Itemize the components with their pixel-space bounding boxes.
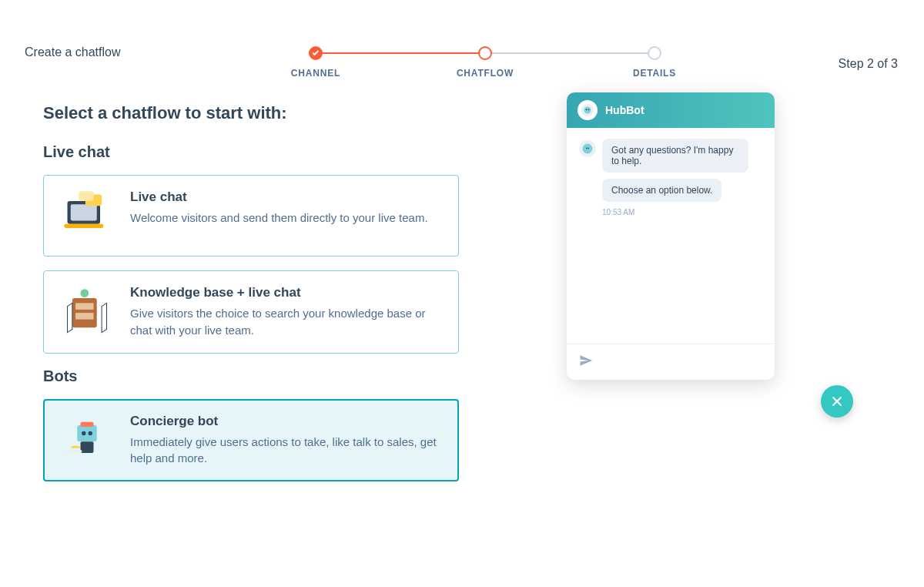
card-concierge-bot[interactable]: Concierge bot Immediately give users act…: [43, 399, 459, 482]
svg-rect-7: [75, 313, 93, 320]
svg-rect-4: [79, 191, 93, 201]
chat-preview: HubBot Got any questions? I'm happy to h…: [567, 92, 775, 380]
step-label: DETAILS: [633, 68, 676, 79]
svg-point-8: [81, 289, 89, 297]
card-desc: Immediately give users actions to take, …: [130, 434, 441, 468]
bot-avatar-icon: [578, 100, 598, 120]
section-heading-live-chat: Live chat: [43, 143, 459, 161]
card-title: Concierge bot: [130, 414, 441, 429]
step-label: CHANNEL: [291, 68, 340, 79]
step-current-circle: [478, 46, 492, 60]
step-connector: [485, 52, 654, 54]
svg-point-20: [586, 148, 588, 149]
chat-bot-name: HubBot: [605, 104, 644, 116]
svg-rect-13: [81, 441, 94, 453]
svg-rect-6: [75, 303, 93, 310]
section-heading-bots: Bots: [43, 367, 459, 385]
step-channel[interactable]: CHANNEL: [231, 46, 400, 79]
check-icon: [313, 49, 319, 55]
svg-point-12: [89, 431, 92, 434]
step-done-circle: [309, 46, 323, 60]
chat-input-area[interactable]: [567, 344, 775, 380]
svg-rect-10: [81, 421, 94, 426]
send-icon: [579, 354, 593, 367]
svg-point-21: [588, 148, 589, 149]
svg-point-19: [583, 144, 593, 154]
bot-avatar-small-icon: [579, 140, 596, 157]
svg-point-14: [65, 448, 82, 453]
chat-message: Choose an option below.: [602, 179, 721, 202]
chat-message: Got any questions? I'm happy to help.: [602, 139, 748, 173]
step-details[interactable]: DETAILS: [570, 46, 739, 79]
file-cabinet-icon: [61, 285, 113, 337]
page-title: Select a chatflow to start with:: [43, 103, 459, 123]
step-label: CHATFLOW: [457, 68, 514, 79]
svg-rect-2: [64, 224, 103, 228]
robot-bellhop-icon: [61, 414, 113, 466]
step-connector: [316, 52, 485, 54]
step-chatflow[interactable]: CHATFLOW: [400, 46, 570, 79]
svg-point-18: [588, 109, 590, 110]
card-title: Knowledge base + live chat: [130, 285, 441, 300]
svg-point-11: [82, 431, 85, 434]
laptop-chat-icon: [61, 190, 113, 242]
page-header-title: Create a chatflow: [25, 45, 121, 59]
svg-rect-9: [77, 424, 97, 441]
card-desc: Welcome visitors and send them directly …: [130, 210, 428, 226]
card-title: Live chat: [130, 190, 428, 205]
chat-timestamp: 10:53 AM: [602, 208, 762, 216]
wizard-stepper: CHANNEL CHATFLOW DETAILS: [231, 46, 739, 79]
card-live-chat[interactable]: Live chat Welcome visitors and send them…: [43, 175, 459, 257]
step-counter: Step 2 of 3: [839, 57, 898, 71]
step-pending-circle: [648, 46, 661, 60]
svg-rect-1: [71, 204, 97, 220]
svg-point-16: [584, 107, 591, 114]
card-desc: Give visitors the choice to search your …: [130, 305, 441, 339]
chat-body: Got any questions? I'm happy to help. Ch…: [567, 128, 775, 344]
card-kb-live-chat[interactable]: Knowledge base + live chat Give visitors…: [43, 270, 459, 354]
close-chat-button[interactable]: [821, 385, 853, 418]
chat-header: HubBot: [567, 92, 775, 128]
svg-point-17: [586, 109, 588, 110]
close-icon: [832, 396, 842, 407]
